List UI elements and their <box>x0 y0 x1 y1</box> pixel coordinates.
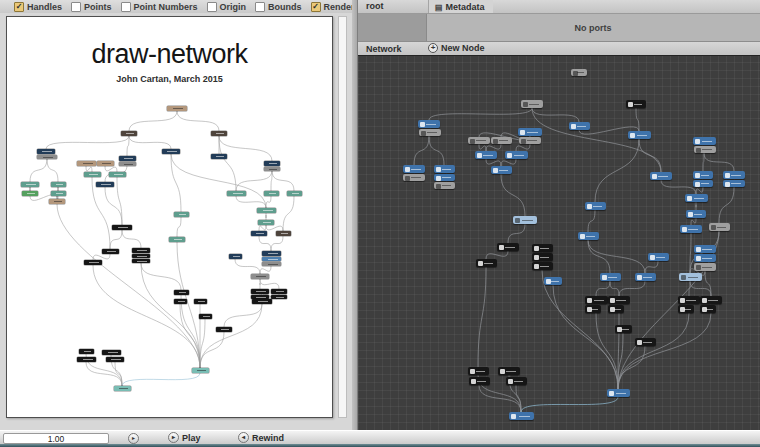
editor-node[interactable] <box>403 174 425 181</box>
editor-node[interactable] <box>694 146 716 153</box>
editor-node[interactable] <box>569 122 590 130</box>
render-node <box>211 131 227 136</box>
editor-node[interactable] <box>686 210 706 218</box>
checkbox-box[interactable]: ✓ <box>311 2 321 12</box>
editor-node[interactable] <box>648 253 669 261</box>
editor-node[interactable] <box>476 259 497 267</box>
render-node <box>169 237 185 242</box>
editor-node[interactable] <box>509 412 534 420</box>
editor-node[interactable] <box>693 171 713 179</box>
render-node <box>51 182 66 187</box>
editor-node[interactable] <box>434 174 455 181</box>
checkbox-label: Point Numbers <box>134 2 198 12</box>
editor-node[interactable] <box>419 129 441 136</box>
checkbox-handles[interactable]: ✓Handles <box>14 2 62 12</box>
editor-node[interactable] <box>680 225 702 233</box>
rewind-button[interactable]: ◂ Rewind <box>238 432 284 443</box>
editor-node[interactable] <box>628 131 651 139</box>
editor-node[interactable] <box>491 137 512 144</box>
editor-node[interactable] <box>700 296 722 304</box>
checkbox-points[interactable]: Points <box>71 2 112 12</box>
editor-node[interactable] <box>434 182 455 189</box>
editor-node[interactable] <box>608 296 630 304</box>
checkbox-box[interactable] <box>121 2 131 12</box>
editor-node[interactable] <box>532 262 553 270</box>
editor-node[interactable] <box>578 232 599 240</box>
editor-node[interactable] <box>521 100 543 108</box>
parameter-header: root ▤ Metadata <box>358 0 760 14</box>
viewer-scrollbar[interactable] <box>338 16 347 418</box>
render-node <box>167 106 187 111</box>
checkbox-box[interactable] <box>207 2 217 12</box>
editor-node[interactable] <box>650 172 672 180</box>
play-button[interactable]: ▸ Play <box>168 432 201 443</box>
checkbox-box[interactable] <box>255 2 265 12</box>
editor-node[interactable] <box>518 128 542 136</box>
checkbox-bounds[interactable]: Bounds <box>255 2 302 12</box>
editor-node[interactable] <box>635 273 656 281</box>
new-node-button[interactable]: + New Node <box>428 43 485 53</box>
checkbox-label: Handles <box>27 2 62 12</box>
editor-node[interactable] <box>418 120 440 128</box>
editor-node[interactable] <box>685 194 708 202</box>
plus-icon: + <box>428 43 438 53</box>
checkbox-origin[interactable]: Origin <box>207 2 247 12</box>
editor-node[interactable] <box>571 69 587 76</box>
editor-node[interactable] <box>693 180 713 187</box>
editor-node[interactable] <box>700 305 716 313</box>
render-node <box>51 191 66 196</box>
editor-node[interactable] <box>513 216 537 224</box>
checkbox-point-numbers[interactable]: Point Numbers <box>121 2 198 12</box>
checkbox-label: Bounds <box>268 2 302 12</box>
step-button[interactable]: ▸ <box>128 433 139 444</box>
editor-node[interactable] <box>626 100 646 108</box>
editor-node[interactable] <box>694 263 716 271</box>
editor-node[interactable] <box>709 223 730 231</box>
editor-node[interactable] <box>693 137 716 145</box>
render-node <box>287 191 302 196</box>
editor-node[interactable] <box>403 165 425 173</box>
editor-node[interactable] <box>519 137 541 144</box>
editor-node[interactable] <box>434 165 455 173</box>
editor-node[interactable] <box>635 338 656 346</box>
frame-field[interactable]: 1.00 <box>3 433 109 444</box>
editor-node[interactable] <box>532 253 553 261</box>
editor-node[interactable] <box>497 243 519 251</box>
editor-node[interactable] <box>723 180 745 187</box>
render-node <box>271 289 287 294</box>
editor-node[interactable] <box>506 377 527 385</box>
editor-node[interactable] <box>532 244 553 252</box>
editor-node[interactable] <box>694 245 716 253</box>
editor-node[interactable] <box>694 254 716 262</box>
render-node <box>109 172 126 177</box>
editor-node[interactable] <box>585 202 606 210</box>
network-editor[interactable] <box>358 55 760 431</box>
editor-node[interactable] <box>585 296 608 304</box>
editor-node[interactable] <box>615 325 632 333</box>
metadata-button[interactable]: ▤ Metadata <box>428 0 493 13</box>
editor-node[interactable] <box>678 305 694 313</box>
editor-node[interactable] <box>491 166 512 174</box>
checkbox-box[interactable]: ✓ <box>14 2 24 12</box>
editor-node[interactable] <box>678 296 700 304</box>
render-page: draw-network John Cartan, March 2015 <box>6 16 333 418</box>
editor-node[interactable] <box>498 367 520 375</box>
editor-node[interactable] <box>468 137 490 144</box>
nodebox-window: Viewer Data ✓HandlesPointsPoint NumbersO… <box>0 0 760 447</box>
editor-node[interactable] <box>475 151 497 159</box>
editor-node[interactable] <box>468 367 489 375</box>
editor-node[interactable] <box>505 151 528 159</box>
editor-node[interactable] <box>607 389 630 397</box>
editor-node[interactable] <box>600 273 621 281</box>
render-node <box>106 357 124 362</box>
editor-node[interactable] <box>585 305 601 313</box>
editor-node[interactable] <box>608 305 624 313</box>
editor-node[interactable] <box>679 273 702 281</box>
render-node <box>258 220 274 225</box>
editor-node[interactable] <box>469 377 490 385</box>
checkbox-box[interactable] <box>71 2 81 12</box>
render-node <box>194 299 207 304</box>
render-node <box>264 161 280 166</box>
editor-node[interactable] <box>723 171 745 179</box>
editor-node[interactable] <box>544 277 562 285</box>
